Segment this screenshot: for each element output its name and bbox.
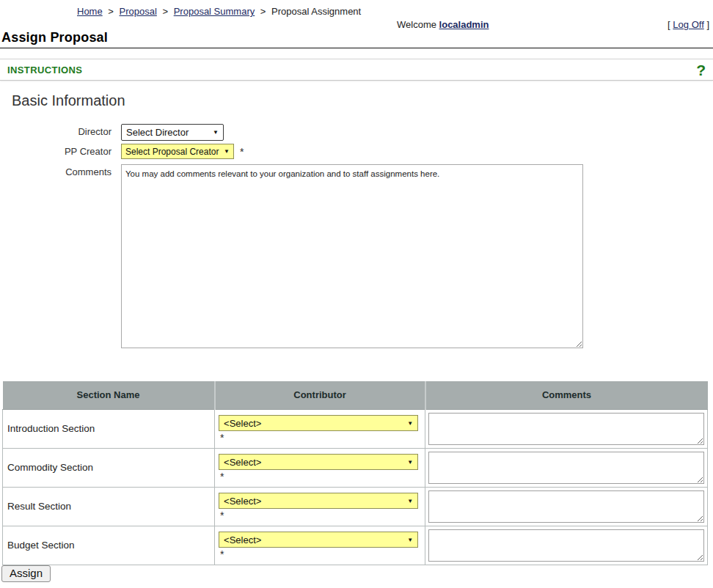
column-header-contributor: Contributor — [215, 381, 425, 409]
pp-creator-select-value: Select Proposal Creator — [125, 147, 219, 157]
required-marker: * — [234, 144, 244, 158]
director-select[interactable]: Select Director ▼ — [121, 124, 224, 141]
dropdown-arrow-icon: ▼ — [407, 498, 413, 504]
pp-creator-select[interactable]: Select Proposal Creator ▼ — [121, 144, 234, 159]
table-row: Result Section <Select> ▼ * — [3, 487, 708, 526]
row-comments-cell — [425, 526, 708, 565]
basic-information-heading: Basic Information — [12, 92, 125, 109]
required-marker: * — [219, 509, 425, 521]
row-comments-textarea[interactable] — [428, 413, 704, 445]
help-icon[interactable]: ? — [696, 62, 706, 78]
username-link[interactable]: localadmin — [439, 19, 489, 30]
assign-button[interactable]: Assign — [1, 565, 51, 582]
column-header-comments: Comments — [425, 381, 708, 409]
breadcrumb-separator: > — [159, 6, 171, 17]
section-name-cell: Introduction Section — [3, 409, 215, 448]
breadcrumb-separator: > — [257, 6, 269, 17]
required-marker: * — [219, 431, 425, 444]
breadcrumb-separator: > — [105, 6, 117, 17]
table-row: Budget Section <Select> ▼ * — [3, 526, 708, 565]
comments-label: Comments — [0, 164, 121, 177]
logoff-bracket-close: ] — [706, 19, 709, 30]
breadcrumb-current-page: Proposal Assignment — [271, 6, 361, 17]
contributor-select[interactable]: <Select> ▼ — [219, 415, 418, 431]
dropdown-arrow-icon: ▼ — [407, 420, 413, 427]
contributor-cell: <Select> ▼ * — [215, 409, 425, 448]
logoff-bracket-open: [ — [668, 19, 670, 30]
contributor-cell: <Select> ▼ * — [215, 526, 425, 565]
breadcrumb-link-proposal[interactable]: Proposal — [120, 6, 157, 17]
dropdown-arrow-icon: ▼ — [407, 537, 413, 543]
contributor-select[interactable]: <Select> ▼ — [219, 454, 418, 470]
table-header-row: Section Name Contributor Comments — [3, 381, 708, 409]
table-row: Commodity Section <Select> ▼ * — [3, 448, 708, 487]
pp-creator-row: PP Creator Select Proposal Creator ▼ * — [0, 144, 244, 159]
row-comments-cell — [425, 448, 708, 487]
section-name-cell: Budget Section — [3, 526, 215, 565]
row-comments-cell — [425, 487, 708, 526]
contributor-select-value: <Select> — [224, 457, 261, 468]
section-name-cell: Commodity Section — [3, 448, 215, 487]
contributor-select[interactable]: <Select> ▼ — [219, 532, 418, 548]
row-comments-textarea[interactable] — [428, 452, 704, 484]
page-title: Assign Proposal — [1, 30, 108, 45]
pp-creator-label: PP Creator — [0, 144, 121, 157]
dropdown-arrow-icon: ▼ — [213, 129, 219, 136]
breadcrumb-link-proposal-summary[interactable]: Proposal Summary — [174, 6, 255, 17]
dropdown-arrow-icon: ▼ — [407, 459, 413, 466]
director-label: Director — [0, 124, 121, 137]
instructions-label: INSTRUCTIONS — [7, 65, 82, 76]
instructions-bar: INSTRUCTIONS ? — [0, 59, 713, 81]
required-marker: * — [219, 470, 425, 482]
contributor-select-value: <Select> — [224, 496, 261, 507]
contributor-cell: <Select> ▼ * — [215, 487, 425, 526]
table-row: Introduction Section <Select> ▼ * — [3, 409, 708, 448]
breadcrumb-link-home[interactable]: Home — [77, 6, 103, 17]
director-select-value: Select Director — [126, 127, 189, 138]
logoff-area: [ Log Off ] — [668, 19, 709, 30]
logoff-link[interactable]: Log Off — [673, 19, 703, 30]
row-comments-textarea[interactable] — [428, 529, 704, 562]
breadcrumb: Home > Proposal > Proposal Summary > Pro… — [77, 6, 361, 17]
contributor-cell: <Select> ▼ * — [215, 448, 425, 487]
contributor-select-value: <Select> — [224, 534, 261, 545]
comments-row: Comments You may add comments relevant t… — [0, 164, 583, 348]
dropdown-arrow-icon: ▼ — [224, 148, 230, 155]
assignment-table: Section Name Contributor Comments Introd… — [2, 381, 708, 565]
title-divider — [0, 48, 713, 48]
row-comments-textarea[interactable] — [428, 490, 704, 523]
contributor-select-value: <Select> — [224, 418, 261, 429]
welcome-text: Welcome — [397, 19, 436, 30]
section-name-cell: Result Section — [3, 487, 215, 526]
row-comments-cell — [425, 409, 708, 448]
comments-textarea[interactable]: You may add comments relevant to your or… — [121, 164, 583, 348]
column-header-section-name: Section Name — [3, 381, 215, 409]
required-marker: * — [219, 548, 425, 560]
contributor-select[interactable]: <Select> ▼ — [219, 493, 418, 509]
welcome-area: Welcome localadmin — [397, 19, 489, 30]
director-row: Director Select Director ▼ — [0, 124, 224, 141]
